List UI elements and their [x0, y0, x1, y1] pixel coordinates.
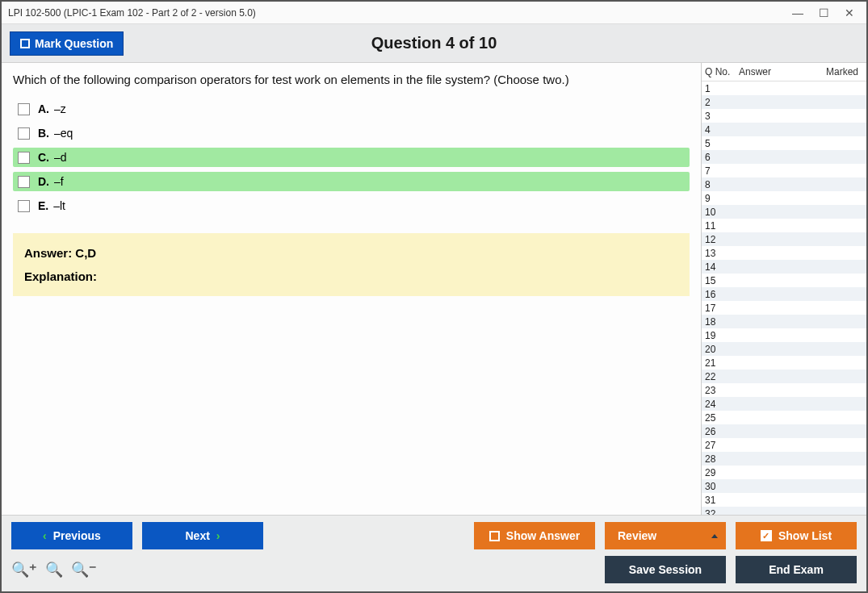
list-item[interactable]: 23: [702, 383, 866, 397]
list-item-qno: 31: [705, 495, 739, 506]
list-item[interactable]: 15: [702, 274, 866, 287]
option-checkbox[interactable]: [18, 103, 30, 115]
header-qno: Q No.: [705, 66, 739, 77]
list-item[interactable]: 2: [702, 95, 866, 109]
end-exam-label: End Exam: [769, 563, 824, 576]
option-checkbox[interactable]: [18, 152, 30, 164]
show-list-button[interactable]: ✓ Show List: [736, 522, 857, 549]
option-label: C. –d: [38, 151, 66, 164]
answer-line: Answer: C,D: [24, 246, 678, 260]
list-item[interactable]: 14: [702, 260, 866, 274]
previous-button[interactable]: ‹ Previous: [11, 522, 132, 549]
list-item[interactable]: 16: [702, 287, 866, 301]
list-item[interactable]: 11: [702, 219, 866, 232]
mark-question-button[interactable]: Mark Question: [10, 31, 124, 56]
maximize-icon[interactable]: ☐: [818, 7, 829, 19]
question-list-pane: Q No. Answer Marked 12345678910111213141…: [701, 63, 866, 515]
list-item[interactable]: 12: [702, 232, 866, 246]
list-item[interactable]: 21: [702, 356, 866, 370]
list-item[interactable]: 1: [702, 81, 866, 95]
question-list-scroll[interactable]: 1234567891011121314151617181920212223242…: [702, 81, 866, 515]
list-item[interactable]: 7: [702, 164, 866, 177]
list-item-qno: 22: [705, 371, 739, 382]
review-button[interactable]: Review: [605, 522, 726, 549]
list-item-qno: 23: [705, 385, 739, 396]
list-item-qno: 3: [705, 111, 739, 122]
option-checkbox[interactable]: [18, 176, 30, 188]
list-item-qno: 17: [705, 303, 739, 314]
list-item-qno: 14: [705, 261, 739, 273]
question-counter: Question 4 of 10: [2, 34, 866, 52]
list-item[interactable]: 10: [702, 205, 866, 219]
list-item[interactable]: 26: [702, 424, 866, 438]
option-label: E. –lt: [38, 199, 65, 212]
explanation-label: Explanation:: [24, 269, 678, 283]
option-checkbox[interactable]: [18, 127, 30, 140]
list-item[interactable]: 28: [702, 452, 866, 466]
list-item[interactable]: 18: [702, 315, 866, 328]
review-label: Review: [618, 529, 656, 542]
list-item-qno: 21: [705, 357, 739, 369]
option-checkbox[interactable]: [18, 200, 30, 212]
footer-row-1: ‹ Previous Next › Show Answer Review ✓ S…: [11, 522, 857, 549]
list-item[interactable]: 30: [702, 479, 866, 493]
list-item[interactable]: 17: [702, 301, 866, 315]
option-row[interactable]: B. –eq: [13, 123, 690, 143]
minimize-icon[interactable]: —: [792, 7, 803, 19]
list-item-qno: 30: [705, 481, 739, 492]
list-item[interactable]: 24: [702, 397, 866, 411]
list-item[interactable]: 3: [702, 109, 866, 123]
next-button[interactable]: Next ›: [142, 522, 263, 549]
list-item[interactable]: 29: [702, 466, 866, 479]
option-row[interactable]: E. –lt: [13, 196, 690, 215]
list-item[interactable]: 31: [702, 493, 866, 507]
list-item[interactable]: 8: [702, 177, 866, 191]
zoom-out-icon[interactable]: 🔍⁻: [71, 561, 97, 578]
list-item[interactable]: 4: [702, 123, 866, 136]
list-item[interactable]: 5: [702, 136, 866, 150]
list-item-qno: 4: [705, 124, 739, 136]
close-icon[interactable]: ✕: [844, 7, 855, 19]
list-item[interactable]: 20: [702, 342, 866, 356]
list-item-qno: 28: [705, 453, 739, 465]
list-item[interactable]: 27: [702, 438, 866, 452]
zoom-in-icon[interactable]: 🔍⁺: [11, 561, 37, 578]
list-item[interactable]: 6: [702, 150, 866, 164]
list-item[interactable]: 9: [702, 191, 866, 205]
option-row[interactable]: C. –d: [13, 148, 690, 167]
list-item-qno: 29: [705, 467, 739, 478]
list-item-qno: 1: [705, 83, 739, 94]
question-text: Which of the following comparison operat…: [13, 73, 690, 86]
list-item[interactable]: 32: [702, 507, 866, 515]
list-item[interactable]: 25: [702, 411, 866, 424]
list-item-qno: 8: [705, 179, 739, 190]
list-item[interactable]: 22: [702, 370, 866, 383]
show-answer-button[interactable]: Show Answer: [474, 522, 595, 549]
list-item-qno: 2: [705, 97, 739, 108]
list-item[interactable]: 13: [702, 246, 866, 260]
list-item-qno: 9: [705, 193, 739, 204]
header-bar: Mark Question Question 4 of 10: [2, 24, 866, 63]
header-answer: Answer: [739, 66, 819, 77]
header-marked: Marked: [819, 66, 863, 77]
option-row[interactable]: A. –z: [13, 99, 690, 119]
option-row[interactable]: D. –f: [13, 172, 690, 191]
list-item-qno: 20: [705, 344, 739, 355]
window-title: LPI 102-500 (LPIC-1 Exam 102 - Part 2 of…: [8, 7, 256, 19]
list-item-qno: 11: [705, 220, 739, 232]
list-item-qno: 5: [705, 138, 739, 149]
checkbox-icon: [20, 39, 30, 48]
save-session-label: Save Session: [629, 563, 702, 576]
next-label: Next: [185, 529, 209, 542]
mark-question-label: Mark Question: [35, 37, 113, 50]
list-headers: Q No. Answer Marked: [702, 63, 866, 81]
footer-row-2: 🔍⁺ 🔍 🔍⁻ Save Session End Exam: [11, 556, 857, 583]
list-item-qno: 7: [705, 165, 739, 177]
zoom-reset-icon[interactable]: 🔍: [45, 561, 63, 578]
list-item[interactable]: 19: [702, 328, 866, 342]
save-session-button[interactable]: Save Session: [605, 556, 726, 583]
list-item-qno: 32: [705, 508, 739, 516]
list-item-qno: 16: [705, 289, 739, 300]
end-exam-button[interactable]: End Exam: [736, 556, 857, 583]
option-label: A. –z: [38, 102, 66, 115]
